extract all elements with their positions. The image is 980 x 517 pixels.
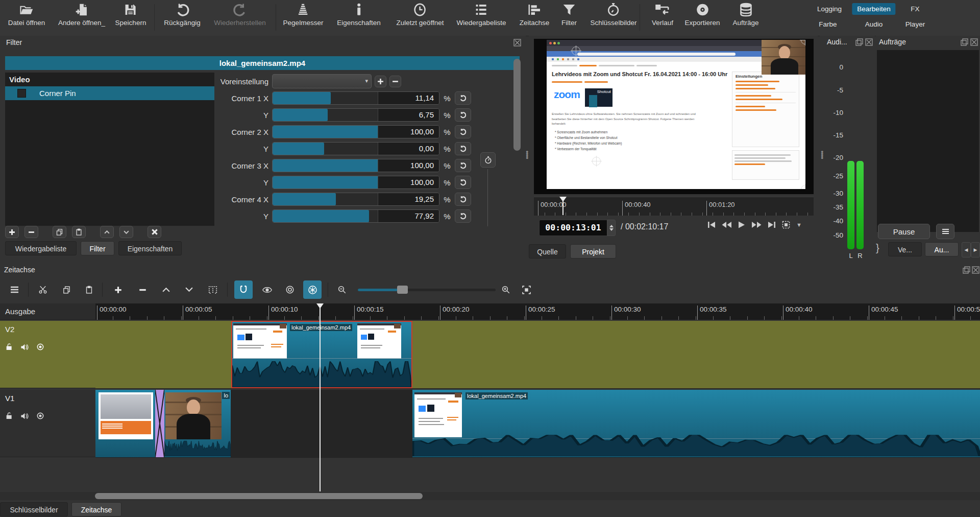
lock-icon[interactable] [5, 412, 13, 420]
param-slider[interactable]: 100,00 [272, 159, 439, 172]
float-panel-icon[interactable] [961, 38, 968, 46]
dock-grip[interactable]: } [876, 242, 879, 254]
layout-fx[interactable]: FX [905, 3, 924, 15]
corner-pin-handle-4[interactable] [592, 157, 601, 166]
zoom-menu-caret[interactable]: ▼ [796, 222, 802, 228]
history-button[interactable]: Verlauf [652, 2, 673, 27]
jobs-button[interactable]: Aufträge [732, 2, 758, 27]
dock-tab-verlauf[interactable]: Ve... [888, 242, 922, 256]
tab-zeitachse[interactable]: Zeitachse [71, 502, 121, 516]
param-slider[interactable]: 0,00 [272, 142, 439, 155]
video-preview[interactable]: Lehrvideos mit Zoom und Shotcut Fr. 16.0… [547, 40, 805, 189]
splitter-grip[interactable]: ●●●● [526, 151, 528, 159]
dock-tab-auftraege[interactable]: Au... [925, 242, 959, 256]
track-head-v1[interactable]: V1 [0, 390, 95, 457]
close-panel-icon[interactable] [972, 266, 979, 274]
rewind-button[interactable] [722, 221, 732, 228]
reset-button[interactable] [455, 209, 471, 223]
redo-button[interactable]: Wiederherstellen [214, 2, 265, 27]
skip-previous-button[interactable] [707, 221, 716, 228]
layout-logging[interactable]: Logging [812, 3, 847, 15]
tab-eigenschaften[interactable]: Eigenschaften [118, 241, 182, 255]
undo-button[interactable]: Rückgängig [164, 2, 200, 27]
player-playhead-line[interactable] [562, 197, 564, 215]
skip-next-button[interactable] [768, 221, 776, 228]
filter-enabled-checkbox[interactable] [17, 89, 26, 98]
save-button[interactable]: Speichern [115, 2, 146, 27]
preset-remove-button[interactable] [389, 76, 401, 87]
reset-button[interactable] [455, 108, 471, 122]
add-filter-button[interactable] [5, 226, 19, 238]
reset-button[interactable] [455, 176, 471, 189]
corner-pin-handle-1[interactable] [572, 46, 580, 55]
timeline-zoom-slider[interactable] [358, 289, 496, 291]
timeline-clip-v1-b[interactable]: lo [164, 390, 231, 457]
mute-icon[interactable] [20, 412, 29, 420]
fast-forward-button[interactable] [751, 221, 762, 228]
scrub-while-dragging-button[interactable] [258, 280, 276, 299]
playlist-button[interactable]: Wiedergabeliste [457, 2, 506, 27]
recent-button[interactable]: Zuletzt geöffnet [397, 2, 444, 27]
zoom-slider-handle[interactable] [397, 286, 408, 294]
close-panel-icon[interactable] [970, 38, 978, 46]
param-slider[interactable]: 100,00 [272, 125, 439, 138]
layout-bearbeiten[interactable]: Bearbeiten [852, 3, 895, 15]
param-slider[interactable]: 11,14 [272, 91, 439, 105]
pause-jobs-button[interactable]: Pause [878, 224, 930, 239]
hide-icon[interactable] [36, 343, 44, 351]
paste-button[interactable] [80, 280, 98, 299]
ripple-button[interactable] [281, 280, 299, 299]
reset-button[interactable] [455, 159, 471, 172]
scrollbar-handle[interactable] [95, 493, 423, 499]
keyframes-button[interactable]: Schlüsselbilder [591, 2, 637, 27]
filter-button[interactable]: Filter [561, 2, 577, 27]
track-body-v2[interactable]: lokal_gemeinsam2.mp4 [95, 321, 980, 389]
open-other-button[interactable]: Andere öffnen_ [58, 2, 105, 27]
timeline-clip-v2[interactable]: lokal_gemeinsam2.mp4 [231, 321, 412, 388]
export-button[interactable]: Exportieren [684, 2, 720, 27]
reset-button[interactable] [455, 125, 471, 138]
overwrite-button[interactable] [180, 280, 198, 299]
deselect-filter-button[interactable] [148, 226, 161, 238]
jobs-menu-button[interactable] [936, 224, 954, 239]
peak-meter-button[interactable]: Pegelmesser [283, 2, 324, 27]
timeline-output-cell[interactable]: Ausgabe [0, 303, 95, 320]
tab-filter[interactable]: Filter [81, 241, 114, 255]
append-button[interactable] [109, 280, 127, 299]
player-ruler[interactable]: 00:00:00 00:00:40 00:01:20 [534, 197, 814, 216]
ripple-delete-button[interactable] [133, 280, 152, 299]
remove-filter-button[interactable] [24, 226, 38, 238]
filter-params-scrollbar[interactable] [513, 59, 521, 151]
param-slider[interactable]: 77,92 [272, 209, 439, 223]
copy-filters-button[interactable] [53, 226, 66, 238]
timeline-clip-v1-a[interactable] [95, 390, 156, 457]
keyframes-toggle-button[interactable] [480, 152, 496, 168]
properties-button[interactable]: Eigenschaften [337, 2, 381, 27]
splitter-grip[interactable]: ●●●● [821, 151, 823, 159]
tab-schluesselbilder[interactable]: Schlüsselbilder [0, 502, 68, 516]
paste-filters-button[interactable] [72, 226, 86, 238]
jobs-list[interactable] [877, 50, 979, 232]
param-slider[interactable]: 100,00 [272, 176, 439, 189]
layout-audio[interactable]: Audio [860, 18, 888, 30]
layout-farbe[interactable]: Farbe [814, 18, 842, 30]
timeline-playhead-line[interactable] [320, 303, 321, 491]
preset-combobox[interactable]: ▾ [272, 74, 372, 88]
close-panel-icon[interactable] [513, 39, 521, 46]
float-panel-icon[interactable] [855, 38, 863, 46]
lock-icon[interactable] [5, 343, 13, 351]
preset-add-button[interactable] [375, 76, 386, 87]
move-filter-up-button[interactable] [100, 226, 114, 238]
move-filter-down-button[interactable] [119, 226, 133, 238]
timeline-clip-v1-c[interactable]: lokal_gemeinsam2.mp4 [412, 390, 980, 457]
lift-button[interactable] [157, 280, 175, 299]
track-head-v2[interactable]: V2 [0, 321, 95, 388]
timeline-ruler[interactable]: 00:00:00 00:00:05 00:00:10 00:00:15 00:0… [95, 303, 980, 320]
float-panel-icon[interactable] [963, 266, 970, 274]
hide-icon[interactable] [36, 412, 44, 420]
close-panel-icon[interactable] [865, 38, 873, 46]
copy-button[interactable] [57, 280, 76, 299]
play-button[interactable] [738, 221, 745, 228]
tab-scroll-left-icon[interactable]: ◀ [962, 242, 971, 257]
reset-button[interactable] [455, 193, 471, 206]
